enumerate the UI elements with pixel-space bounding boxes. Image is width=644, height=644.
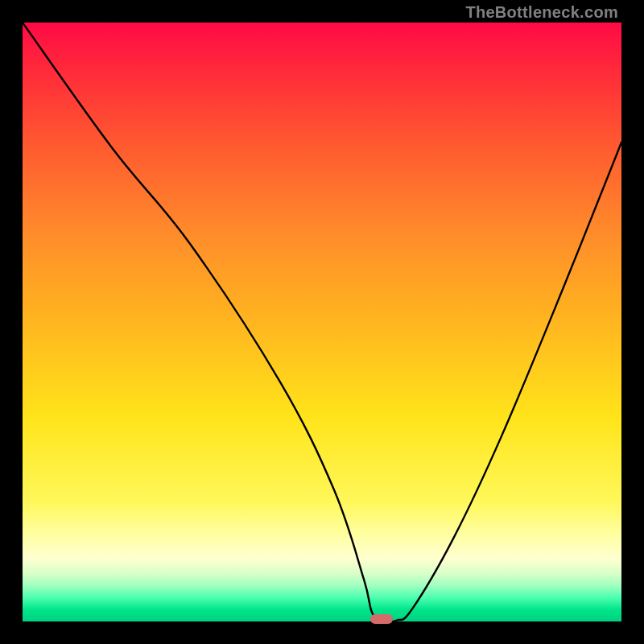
watermark-text: TheBottleneck.com [465, 3, 618, 22]
plot-area [23, 23, 621, 621]
bottleneck-curve [23, 23, 621, 621]
optimal-marker [370, 614, 393, 624]
chart-container: TheBottleneck.com [0, 0, 644, 644]
